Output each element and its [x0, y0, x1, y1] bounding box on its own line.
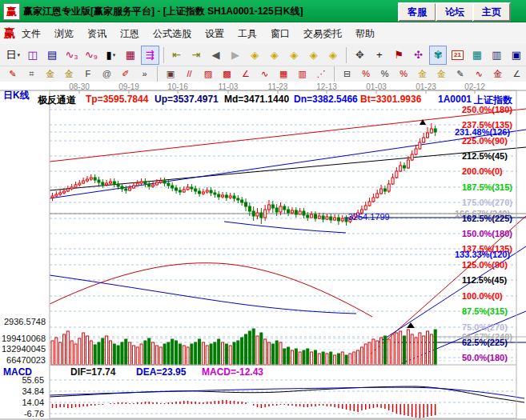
- volume-bar: [94, 345, 96, 365]
- volume-bar: [136, 347, 139, 365]
- volume-bar: [279, 342, 282, 365]
- kline-period-dropdown[interactable]: 日▾: [4, 46, 22, 65]
- candle-body: [222, 195, 224, 197]
- candle-body: [434, 129, 436, 132]
- pen-grid-icon[interactable]: ✐: [117, 67, 135, 82]
- candle-body: [334, 218, 336, 220]
- first-page-icon[interactable]: ⇤: [167, 46, 185, 65]
- crosshair-tool-icon[interactable]: +: [371, 46, 388, 65]
- volume-bar: [109, 341, 111, 365]
- zoom-vertical-icon[interactable]: ◈: [324, 46, 342, 65]
- gann-level-label: 200.0%(0): [462, 166, 503, 176]
- volume-bar: [113, 344, 115, 365]
- percent-icon[interactable]: %: [376, 67, 394, 82]
- gann-grid2-gold-icon[interactable]: 金: [61, 67, 78, 82]
- service-button[interactable]: 客服: [398, 2, 436, 22]
- minute-3-chart-icon[interactable]: ∿₃: [62, 46, 80, 65]
- menu-news[interactable]: 资讯: [87, 28, 106, 39]
- percent-line-icon[interactable]: %: [395, 67, 412, 82]
- volume-bar: [129, 342, 131, 365]
- net-box-icon[interactable]: ▩: [219, 67, 236, 82]
- flag-tool-icon[interactable]: ⚑: [390, 46, 408, 65]
- volume-scale-3: 66470023: [2, 355, 46, 365]
- box-select-icon[interactable]: ▣: [162, 67, 179, 82]
- volume-bar: [419, 333, 421, 365]
- volume-bar: [187, 347, 189, 365]
- chart-canvas[interactable]: 日K线 08-3009-1910-1611-0311-2312-1301-030…: [0, 82, 526, 420]
- menu-trade[interactable]: 交易委托: [303, 28, 342, 39]
- minute-9-chart-icon[interactable]: ∿₉: [82, 46, 100, 65]
- grid-icon[interactable]: ⌗: [23, 67, 41, 82]
- zoom-out-icon[interactable]: ◈: [304, 46, 322, 65]
- menu-settings[interactable]: 设置: [205, 28, 224, 39]
- menu-formula-stock-pick[interactable]: 公式选股: [153, 28, 191, 39]
- gold-bar-icon[interactable]: 金: [489, 67, 507, 82]
- volume-bar: [353, 352, 355, 365]
- candle-body: [229, 196, 231, 198]
- zigzag-icon[interactable]: ∿: [471, 67, 488, 82]
- prev-icon-glyph: ◀: [211, 50, 219, 60]
- pen-icon[interactable]: ✎: [4, 67, 22, 82]
- zoom-horizontal-icon[interactable]: ◈: [266, 46, 283, 65]
- fibonacci-f-icon[interactable]: F: [79, 67, 97, 82]
- pen2-icon[interactable]: ✎: [452, 67, 469, 82]
- candle-style-dropdown[interactable]: ▮▾: [102, 46, 119, 65]
- prev-icon[interactable]: ◀: [207, 46, 224, 65]
- window-layout-icon[interactable]: ◫: [23, 46, 41, 65]
- slope-lines-icon[interactable]: ⋰: [312, 67, 330, 82]
- candle-body: [368, 202, 371, 206]
- home-button[interactable]: 主页: [472, 2, 511, 22]
- wave-icon[interactable]: ∿: [256, 67, 274, 82]
- menu-window[interactable]: 窗口: [271, 28, 290, 39]
- macd-scale-3: 14.04: [0, 398, 44, 407]
- volume-bar: [210, 344, 212, 365]
- volume-bar: [427, 331, 429, 365]
- menu-browse[interactable]: 浏览: [54, 28, 74, 39]
- gann-level-label: 112.5%(45): [462, 275, 507, 285]
- red-grid-icon[interactable]: ▦: [275, 67, 292, 82]
- last-page-icon[interactable]: ⇥: [187, 46, 205, 65]
- toolbar-separator: [157, 66, 158, 82]
- date-tick-label: 01-03: [366, 82, 387, 91]
- gann-tool-icon[interactable]: ✣: [409, 46, 427, 65]
- angle2-icon[interactable]: ∠: [508, 67, 526, 82]
- pattern-box-icon[interactable]: ▨: [199, 67, 217, 82]
- zoom-right-icon[interactable]: ◈: [246, 46, 263, 65]
- menu-file[interactable]: 文件: [22, 28, 41, 39]
- menu-tools[interactable]: 工具: [238, 28, 257, 39]
- tp-value: Tp=3595.7844: [86, 94, 148, 105]
- spiral-icon[interactable]: @: [98, 67, 116, 82]
- candle-body: [233, 196, 235, 198]
- calendar-icon[interactable]: 21: [448, 46, 466, 65]
- angle-lines-icon[interactable]: ∠: [237, 67, 255, 82]
- hand-tool-icon[interactable]: ✥: [351, 46, 368, 65]
- volume-bar: [78, 338, 81, 365]
- brain-icon[interactable]: ✾: [429, 46, 447, 65]
- zoom-in-icon[interactable]: ◈: [285, 46, 303, 65]
- candle-body: [66, 189, 69, 191]
- calculator-icon[interactable]: ▦: [468, 46, 486, 65]
- fan-lines-icon[interactable]: //: [181, 67, 199, 82]
- notes-icon[interactable]: ▥: [488, 46, 505, 65]
- pattern-icon[interactable]: ▦: [122, 46, 139, 65]
- gold-line-icon[interactable]: 金: [432, 67, 450, 82]
- chart-box-icon[interactable]: ▥: [294, 67, 311, 82]
- forum-button[interactable]: 论坛: [436, 2, 474, 22]
- menu-gann[interactable]: 江恩: [120, 28, 139, 39]
- gann-grid-gold-icon-glyph: 金: [46, 70, 54, 78]
- candle-body: [299, 211, 301, 214]
- color-arrows-icon[interactable]: ⇶: [141, 46, 159, 65]
- menu-help[interactable]: 帮助: [355, 28, 375, 39]
- volume-bar: [295, 349, 297, 365]
- percent-strike-icon[interactable]: %: [357, 67, 375, 82]
- candle-body: [423, 138, 425, 142]
- toolbar-separator: [163, 47, 164, 63]
- ruler-icon[interactable]: ⊟: [339, 67, 356, 82]
- save-icon[interactable]: ▣: [508, 46, 525, 65]
- gann-grid-gold-icon[interactable]: 金: [42, 67, 59, 82]
- overflow-chevron-icon[interactable]: »: [136, 67, 154, 82]
- quote-list-icon[interactable]: ▤: [43, 46, 61, 65]
- next-icon[interactable]: ▶: [227, 46, 244, 65]
- volume-bar: [237, 341, 239, 365]
- gold-circle-icon[interactable]: 金: [414, 67, 432, 82]
